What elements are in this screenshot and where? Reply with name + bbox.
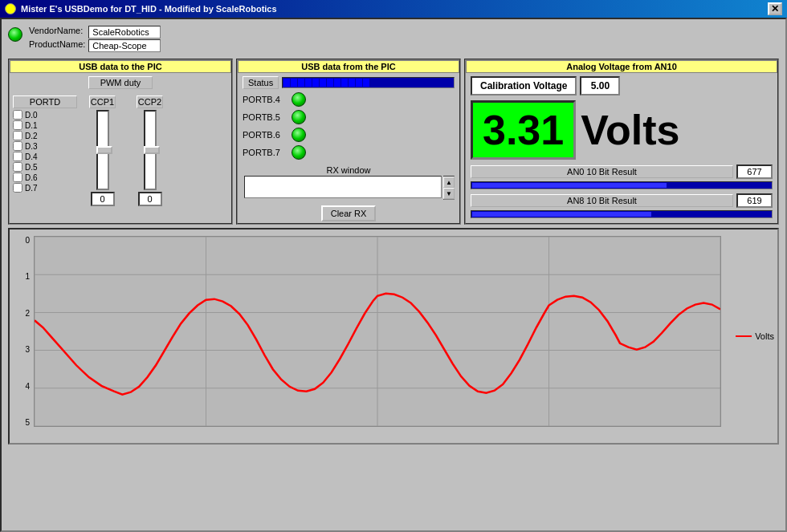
pwm-duty-label: PWM duty <box>88 76 153 89</box>
cb-d0[interactable] <box>13 110 22 120</box>
rx-content[interactable] <box>244 176 442 198</box>
an8-value: 619 <box>736 193 773 208</box>
an8-row: AN8 10 Bit Result 619 <box>466 192 777 209</box>
calibration-label: Calibration Voltage <box>471 76 577 95</box>
usb-to-pic-panel: USB data to the PIC PWM duty PORTD D.0 D… <box>8 59 233 225</box>
y-label-3: 3 <box>10 345 32 354</box>
analog-voltage-panel: Analog Voltage from AN10 Calibration Vol… <box>464 59 779 225</box>
product-name-label: ProductName: <box>29 39 85 52</box>
vendor-name-label: VendorName: <box>29 26 85 39</box>
window-title: Mister E's USBDemo for DT_HID - Modified… <box>21 4 277 14</box>
portd-d2: D.2 <box>13 131 77 140</box>
clear-rx-button[interactable]: Clear RX <box>321 205 377 221</box>
y-label-2: 2 <box>10 309 32 318</box>
portd-d1: D.1 <box>13 120 77 130</box>
seg6 <box>320 79 326 87</box>
scroll-down-btn[interactable]: ▼ <box>443 188 455 199</box>
usb-from-pic-panel: USB data from the PIC Status <box>236 59 461 225</box>
usb-from-pic-label: USB data from the PIC <box>238 60 459 73</box>
portd-d6: D.6 <box>13 173 77 182</box>
vendor-name-value: ScaleRobotics <box>88 26 161 39</box>
portb6-label: PORTB.6 <box>243 130 287 140</box>
ccp1-section: CCP1 0 <box>80 95 124 206</box>
chart-legend: Volts <box>736 331 774 341</box>
panels-row: USB data to the PIC PWM duty PORTD D.0 D… <box>5 59 782 225</box>
ccp2-value: 0 <box>138 192 162 206</box>
ccp1-title: CCP1 <box>89 95 116 108</box>
calibration-value: 5.00 <box>580 76 620 95</box>
an8-label: AN8 10 Bit Result <box>471 194 733 207</box>
status-row: Status <box>238 73 459 91</box>
portb6-row: PORTB.6 <box>238 126 459 144</box>
ccp2-thumb[interactable] <box>144 146 160 154</box>
portd-row: PORTD D.0 D.1 D.2 D.3 D.4 D.5 D.6 D.7 CC… <box>10 92 231 209</box>
ccp2-title: CCP2 <box>137 95 163 108</box>
portb5-label: PORTB.5 <box>243 112 287 122</box>
cb-d5[interactable] <box>13 162 22 172</box>
title-text: Mister E's USBDemo for DT_HID - Modified… <box>5 3 277 14</box>
an8-progress <box>471 210 773 218</box>
portd-d3: D.3 <box>13 141 77 151</box>
seg4 <box>305 79 312 87</box>
seg10 <box>349 79 355 87</box>
portd-d5: D.5 <box>13 162 77 172</box>
portd-section: PORTD D.0 D.1 D.2 D.3 D.4 D.5 D.6 D.7 <box>13 95 77 206</box>
y-label-4: 4 <box>10 382 32 391</box>
portb5-row: PORTB.5 <box>238 108 459 126</box>
scroll-up-btn[interactable]: ▲ <box>443 177 455 188</box>
legend-line <box>736 335 752 337</box>
an0-row: AN0 10 Bit Result 677 <box>466 163 777 181</box>
cb-d7[interactable] <box>13 183 22 193</box>
close-button[interactable]: ✕ <box>768 2 782 15</box>
voltage-unit: Volts <box>576 106 679 154</box>
y-label-1: 1 <box>10 272 32 281</box>
top-info-row: VendorName: ScaleRobotics ProductName: C… <box>5 22 782 55</box>
portb4-led <box>292 92 306 107</box>
cb-d1[interactable] <box>13 120 22 130</box>
rx-window-area: RX window ▲ ▼ Clear RX <box>238 163 459 223</box>
chart-area: 5 4 3 2 1 0 <box>8 228 779 445</box>
app-icon <box>5 3 16 14</box>
calibration-row: Calibration Voltage 5.00 <box>466 73 777 97</box>
an0-value: 677 <box>736 164 773 179</box>
portd-d7: D.7 <box>13 183 77 193</box>
y-label-0: 0 <box>10 236 32 245</box>
cb-d6[interactable] <box>13 173 22 182</box>
connection-led <box>8 27 22 42</box>
portb7-label: PORTB.7 <box>243 148 287 157</box>
cb-d4[interactable] <box>13 152 22 161</box>
seg8 <box>334 79 340 87</box>
vendor-info: VendorName: ScaleRobotics ProductName: C… <box>29 26 161 52</box>
portb6-led <box>292 128 306 142</box>
status-label: Status <box>243 76 279 89</box>
portb5-led <box>292 110 306 124</box>
portd-title: PORTD <box>13 95 77 108</box>
ccp1-thumb[interactable] <box>96 146 112 154</box>
seg2 <box>291 79 297 87</box>
portb4-row: PORTB.4 <box>238 91 459 108</box>
main-window: VendorName: ScaleRobotics ProductName: C… <box>0 18 787 532</box>
y-label-5: 5 <box>10 418 32 427</box>
cb-d3[interactable] <box>13 141 22 151</box>
product-name-value: Cheap-Scope <box>88 39 161 52</box>
voltage-number: 3.31 <box>471 100 576 160</box>
seg12 <box>363 79 369 87</box>
ccp1-value: 0 <box>91 192 115 206</box>
status-progress-bar <box>282 77 455 88</box>
seg11 <box>356 79 362 87</box>
portb7-led <box>292 145 306 160</box>
portb7-row: PORTB.7 <box>238 144 459 161</box>
seg1 <box>283 79 290 87</box>
an0-prog-fill <box>472 183 667 188</box>
ccp2-section: CCP2 0 <box>128 95 172 206</box>
portd-d0: D.0 <box>13 110 77 120</box>
cb-d2[interactable] <box>13 131 22 140</box>
rx-scrollbar: ▲ ▼ <box>443 176 455 200</box>
chart-svg <box>35 237 720 426</box>
portb4-label: PORTB.4 <box>243 95 287 104</box>
analog-voltage-label: Analog Voltage from AN10 <box>466 60 777 73</box>
portd-checkboxes: D.0 D.1 D.2 D.3 D.4 D.5 D.6 D.7 <box>13 110 77 193</box>
usb-to-pic-label: USB data to the PIC <box>10 60 231 73</box>
y-axis-labels: 5 4 3 2 1 0 <box>10 236 32 427</box>
legend-label: Volts <box>755 331 774 341</box>
